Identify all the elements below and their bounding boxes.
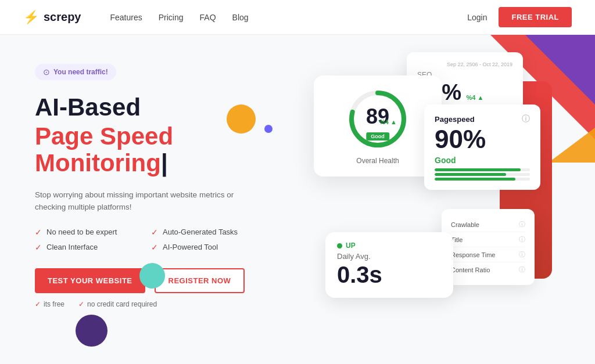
free-trial-button[interactable]: FREE TRIAL (499, 7, 572, 27)
logo[interactable]: ⚡ screpy (23, 10, 81, 25)
feature-text-4: AI-Powered Tool (163, 243, 218, 251)
deco-teal-circle (139, 263, 165, 289)
svg-marker-2 (549, 128, 595, 163)
logo-text: screpy (44, 10, 81, 24)
feature-item-1: ✓ No need to be expert (35, 228, 139, 237)
daily-label: Daily Avg. (337, 252, 442, 261)
badge-text: You need traffic! (53, 68, 108, 76)
hero-description: Stop worrying about missing important we… (35, 189, 238, 214)
feature-text-2: Auto-Generated Tasks (163, 228, 238, 236)
check-free-icon: ✓ (35, 300, 41, 308)
hero-section: ⊙ You need traffic! AI-Based Page Speed … (0, 35, 595, 364)
metrics-card: Crawlable ⓘ Title ⓘ Response Time ⓘ Cont… (442, 209, 535, 285)
health-pct: %4 ▲ (379, 118, 397, 125)
hero-title-main: AI-Based (35, 94, 256, 121)
metric-info-2: ⓘ (519, 235, 525, 244)
navbar: ⚡ screpy Features Pricing FAQ Blog Login… (0, 0, 595, 35)
deco-purple-sm-circle (264, 125, 273, 133)
cta-note-card: ✓ no credit card required (78, 300, 157, 308)
deco-orange-circle (227, 104, 256, 134)
progress-bar-2 (435, 173, 530, 176)
health-label: Overal Health (325, 157, 430, 165)
feature-item-4: ✓ AI-Powered Tool (151, 243, 256, 252)
alert-icon: ⊙ (43, 67, 50, 77)
health-circle: 89 %4 ▲ Good (346, 87, 410, 151)
feature-item-2: ✓ Auto-Generated Tasks (151, 228, 256, 237)
check-icon-1: ✓ (35, 228, 42, 237)
metric-crawlable: Crawlable ⓘ (451, 217, 525, 232)
deco-dark-purple-circle (76, 315, 107, 347)
check-icon-2: ✓ (151, 228, 158, 237)
nav-pricing[interactable]: Pricing (159, 13, 184, 22)
nav-links: Features Pricing FAQ Blog (110, 12, 249, 23)
daily-value: 0.3s (337, 261, 442, 289)
nav-blog[interactable]: Blog (232, 13, 249, 22)
cta-note-free: ✓ its free (35, 300, 64, 308)
hero-right: 89 %4 ▲ Good Overal Health Sep 22, 2506 … (279, 35, 595, 364)
nav-right: Login FREE TRIAL (467, 7, 572, 27)
ps-value: 90% (435, 125, 530, 153)
hero-title-accent: Page Speed Monitoring| (35, 123, 256, 176)
feature-text-3: Clean Interface (46, 243, 98, 251)
login-link[interactable]: Login (467, 13, 487, 22)
check-icon-3: ✓ (35, 243, 42, 252)
metric-response: Response Time ⓘ (451, 247, 525, 262)
metric-info-4: ⓘ (519, 265, 525, 274)
status-text: UP (346, 242, 356, 250)
metric-title: Title ⓘ (451, 232, 525, 247)
daily-status: UP (337, 242, 442, 250)
progress-bar-1 (435, 168, 530, 171)
logo-icon: ⚡ (23, 10, 39, 25)
ps-header: Pagespeed ⓘ (435, 114, 530, 124)
test-website-button[interactable]: TEST YOUR WEBSITE (35, 268, 145, 293)
cta-free-text: its free (44, 300, 64, 308)
check-card-icon: ✓ (78, 300, 84, 308)
health-card: 89 %4 ▲ Good Overal Health (314, 75, 442, 176)
health-badge: Good (366, 132, 389, 140)
nav-features[interactable]: Features (110, 13, 142, 22)
ps-status: Good (435, 156, 530, 165)
features-grid: ✓ No need to be expert ✓ Auto-Generated … (35, 228, 256, 252)
ps-label: Pagespeed (435, 115, 475, 124)
feature-text-1: No need to be expert (46, 228, 117, 236)
check-icon-4: ✓ (151, 243, 158, 252)
cta-card-text: no credit card required (87, 300, 157, 308)
pagespeed-card: Pagespeed ⓘ 90% Good (424, 104, 540, 190)
status-dot (337, 243, 342, 248)
metric-content: Content Ratio ⓘ (451, 262, 525, 277)
daily-avg-card: UP Daily Avg. 0.3s (325, 232, 453, 298)
register-button[interactable]: REGISTER NOW (155, 268, 245, 293)
progress-bars (435, 168, 530, 181)
date-range: Sep 22, 2506 - Oct 22, 2019 (417, 62, 512, 67)
hero-left: ⊙ You need traffic! AI-Based Page Speed … (0, 35, 279, 364)
traffic-badge: ⊙ You need traffic! (35, 64, 116, 80)
feature-item-3: ✓ Clean Interface (35, 243, 139, 252)
ps-info-icon: ⓘ (522, 114, 530, 124)
metric-info-1: ⓘ (519, 220, 525, 229)
cta-notes: ✓ its free ✓ no credit card required (35, 300, 256, 308)
metric-info-3: ⓘ (519, 250, 525, 259)
seo-change: %4 ▲ (467, 94, 484, 101)
nav-faq[interactable]: FAQ (200, 13, 216, 22)
progress-bar-3 (435, 178, 530, 181)
